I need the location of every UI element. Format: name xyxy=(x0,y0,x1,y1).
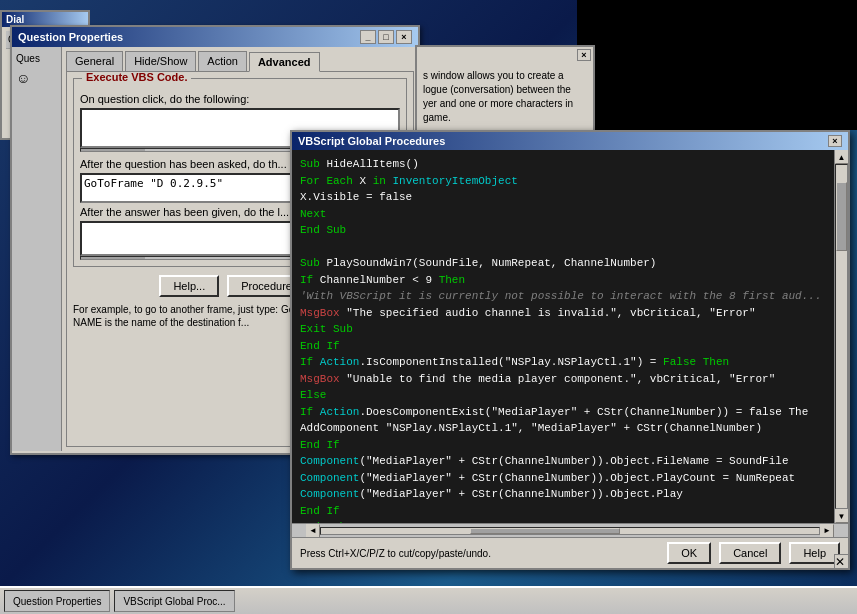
code-line-20: Component("MediaPlayer" + CStr(ChannelNu… xyxy=(300,470,826,487)
dark-video-area xyxy=(577,0,857,130)
tab-action[interactable]: Action xyxy=(198,51,247,71)
vbs-vertical-scrollbar[interactable]: ▲ ▼ xyxy=(834,150,848,523)
tab-hideshow[interactable]: Hide/Show xyxy=(125,51,196,71)
taskbar-qp-button[interactable]: Question Properties xyxy=(4,590,110,612)
info-window-header: × xyxy=(417,47,593,63)
vscroll-up-arrow[interactable]: ▲ xyxy=(835,150,849,164)
code-line-6 xyxy=(300,239,826,256)
code-line-15: Else xyxy=(300,387,826,404)
taskbar: Question Properties VBScript Global Proc… xyxy=(0,586,857,614)
vbs-bottom-buttons: OK Cancel Help xyxy=(667,542,840,564)
vbs-close-button[interactable]: × xyxy=(828,135,842,147)
code-line-1: Sub HideAllItems() xyxy=(300,156,826,173)
qp-maximize-button[interactable]: □ xyxy=(378,30,394,44)
info-window: × s window allows you to create a logue … xyxy=(415,45,595,135)
code-line-16: If Action.DoesComponentExist("MediaPlaye… xyxy=(300,404,826,421)
hscroll-thumb[interactable] xyxy=(470,528,619,534)
code-line-11: Exit Sub xyxy=(300,321,826,338)
code-line-21: Component("MediaPlayer" + CStr(ChannelNu… xyxy=(300,486,826,503)
vbs-cancel-button[interactable]: Cancel xyxy=(719,542,781,564)
vbs-ok-button[interactable]: OK xyxy=(667,542,711,564)
code-line-14: MsgBox "Unable to find the media player … xyxy=(300,371,826,388)
code-line-7: Sub PlaySoundWin7(SoundFile, NumRepeat, … xyxy=(300,255,826,272)
group-title: Execute VBS Code. xyxy=(82,71,191,83)
qp-sidebar: Ques ☺ xyxy=(12,47,62,451)
qp-title: Question Properties xyxy=(18,31,123,43)
hscroll-track[interactable] xyxy=(320,527,820,535)
code-line-4: Next xyxy=(300,206,826,223)
vbs-resize-handle[interactable]: ✕ xyxy=(834,554,848,568)
vbs-help-button[interactable]: Help xyxy=(789,542,840,564)
vbs-statusbar: Press Ctrl+X/C/P/Z to cut/copy/paste/und… xyxy=(292,537,848,568)
info-window-content: s window allows you to create a logue (c… xyxy=(417,63,593,131)
dialog-title: Dial xyxy=(6,14,24,25)
tab-general[interactable]: General xyxy=(66,51,123,71)
vbs-title: VBScript Global Procedures xyxy=(298,135,445,147)
code-line-17: AddComponent "NSPlay.NSPlayCtl.1", "Medi… xyxy=(300,420,826,437)
vbs-code-editor[interactable]: Sub HideAllItems() For Each X in Invento… xyxy=(292,150,834,523)
hscroll-left-arrow[interactable]: ◄ xyxy=(306,524,320,538)
qp-close-button[interactable]: × xyxy=(396,30,412,44)
code-line-10: MsgBox "The specified audio channel is i… xyxy=(300,305,826,322)
code-line-2: For Each X in InventoryItemObject xyxy=(300,173,826,190)
label-onclick: On question click, do the following: xyxy=(80,93,400,105)
vscroll-thumb[interactable] xyxy=(836,182,847,251)
code-line-22: End If xyxy=(300,503,826,520)
hscroll-right-arrow[interactable]: ► xyxy=(820,524,834,538)
code-line-12: End If xyxy=(300,338,826,355)
taskbar-vbs-button[interactable]: VBScript Global Proc... xyxy=(114,590,234,612)
code-line-9: 'With VBScript it is currently not possi… xyxy=(300,288,826,305)
qp-titlebar-buttons: _ □ × xyxy=(360,30,412,44)
code-line-5: End Sub xyxy=(300,222,826,239)
code-line-18: End If xyxy=(300,437,826,454)
qp-tab-bar: General Hide/Show Action Advanced xyxy=(62,47,418,71)
vscroll-down-arrow[interactable]: ▼ xyxy=(835,509,849,523)
code-line-8: If ChannelNumber < 9 Then xyxy=(300,272,826,289)
vbs-horizontal-scrollbar[interactable]: ◄ ► xyxy=(292,523,848,537)
vbs-window: VBScript Global Procedures × Sub HideAll… xyxy=(290,130,850,570)
qp-sidebar-item2: ☺ xyxy=(14,68,59,88)
code-line-19: Component("MediaPlayer" + CStr(ChannelNu… xyxy=(300,453,826,470)
vscroll-track[interactable] xyxy=(835,164,848,509)
tab-advanced[interactable]: Advanced xyxy=(249,52,320,72)
vbs-statusbar-text: Press Ctrl+X/C/P/Z to cut/copy/paste/und… xyxy=(300,548,491,559)
vbs-main-area: Sub HideAllItems() For Each X in Invento… xyxy=(292,150,848,523)
code-line-3: X.Visible = false xyxy=(300,189,826,206)
qp-sidebar-item1: Ques xyxy=(14,51,59,66)
code-line-13: If Action.IsComponentInstalled("NSPlay.N… xyxy=(300,354,826,371)
help-button[interactable]: Help... xyxy=(159,275,219,297)
info-close-button[interactable]: × xyxy=(577,49,591,61)
qp-titlebar: Question Properties _ □ × xyxy=(12,27,418,47)
qp-minimize-button[interactable]: _ xyxy=(360,30,376,44)
vbs-titlebar: VBScript Global Procedures × xyxy=(292,132,848,150)
